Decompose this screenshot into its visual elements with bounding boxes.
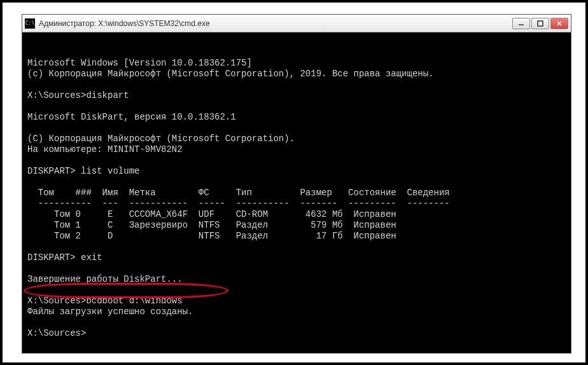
minimize-button[interactable] [512,18,530,29]
console-line: X:\Sources>diskpart [27,90,566,101]
console-line: Том ### Имя Метка ФС Тип Размер Состояни… [27,188,566,198]
cmd-icon: C:\ [25,18,35,29]
close-button[interactable] [550,18,568,29]
window-controls [511,18,568,29]
console-line: Том 0 E CCCOMA_X64F UDF CD-ROM 4632 Мб И… [27,209,566,220]
titlebar[interactable]: C:\ Администратор: X:\windows\SYSTEM32\c… [22,15,571,32]
console-line: Microsoft DiskPart, версия 10.0.18362.1 [27,112,566,123]
console-line: Завершение работы DiskPart... [27,274,566,285]
console-line: X:\Sources>bcdboot d:\windows [27,296,566,306]
console-line [27,101,566,112]
console-line: ---------- --- ----------- ----- -------… [27,198,566,209]
console-output[interactable]: Microsoft Windows [Version 10.0.18362.17… [22,32,571,353]
console-line [27,242,566,252]
console-line: Microsoft Windows [Version 10.0.18362.17… [27,58,566,69]
console-line [27,263,566,274]
console-line: (C) Корпорация Майкрософт (Microsoft Cor… [27,134,566,144]
console-line: X:\Sources> [27,328,566,339]
console-line [27,79,566,90]
cmd-window: C:\ Администратор: X:\windows\SYSTEM32\c… [22,14,571,354]
console-line: Том 2 D NTFS Раздел 17 Гб Исправен [27,231,566,242]
console-line: DISKPART> exit [27,252,566,263]
console-line: (c) Корпорация Майкрософт (Microsoft Cor… [27,69,566,79]
console-line: Том 1 C Зарезервиро NTFS Раздел 579 Мб И… [27,220,566,231]
svg-rect-1 [538,21,543,26]
console-line [27,317,566,328]
console-line: DISKPART> list volume [27,166,566,177]
console-line: На компьютере: MININT-9MV82N2 [27,144,566,155]
console-line [27,155,566,166]
maximize-button[interactable] [531,18,549,29]
window-title: Администратор: X:\windows\SYSTEM32\cmd.e… [39,19,511,28]
console-line [27,285,566,296]
console-line: Файлы загрузки успешно созданы. [27,306,566,317]
console-line [27,123,566,134]
console-line [27,177,566,188]
